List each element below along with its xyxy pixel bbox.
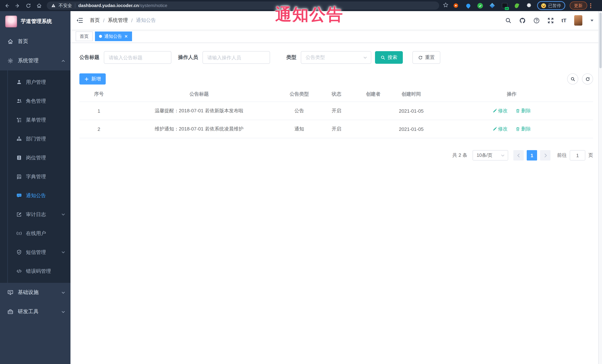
scrollbar-thumb[interactable] — [599, 13, 602, 68]
show-search-toggle-button[interactable] — [567, 73, 578, 84]
extension-pin-icon[interactable] — [465, 3, 471, 9]
system-submenu: 用户管理 角色管理 菜单管理 部门管理 — [0, 70, 70, 283]
browser-menu-icon[interactable] — [590, 3, 591, 8]
edit-link[interactable]: 修改 — [492, 107, 508, 114]
sidebar-logo-row[interactable]: 芋道管理系统 — [0, 11, 70, 32]
not-secure-label[interactable]: 不安全 — [59, 2, 72, 9]
operator-input[interactable] — [203, 51, 270, 64]
sidebar-item-error-code[interactable]: 错误码管理 — [0, 262, 70, 281]
refresh-table-button[interactable] — [582, 73, 593, 84]
sidebar-item-online-users[interactable]: 在线用户 — [0, 224, 70, 243]
menu-tree-icon — [16, 117, 22, 123]
active-tab-dot — [99, 35, 102, 38]
pencil-icon — [492, 127, 497, 131]
sidebar-item-home[interactable]: 首页 — [0, 32, 70, 51]
search-icon[interactable] — [505, 17, 512, 23]
sidebar-item-audit-log[interactable]: 审计日志 — [0, 205, 70, 224]
notice-title-input[interactable] — [104, 51, 171, 64]
sidebar-item-label: 岗位管理 — [26, 154, 46, 161]
address-bar[interactable]: 不安全 dashboard.yudao.iocoder.cn/system/no… — [47, 1, 439, 10]
extension-leaf-icon[interactable] — [514, 3, 520, 9]
github-icon[interactable] — [519, 17, 526, 23]
edit-link-label: 修改 — [498, 126, 508, 132]
sidebar-item-infrastructure[interactable]: 基础设施 — [0, 283, 70, 302]
url-text[interactable]: dashboard.yudao.iocoder.cn/system/notice — [78, 3, 167, 8]
sidebar-item-sms-management[interactable]: 短信管理 — [0, 243, 70, 262]
browser-home-icon[interactable] — [36, 3, 42, 9]
search-icon — [570, 77, 575, 81]
extension-database-icon[interactable]: on — [502, 3, 507, 9]
sidebar-item-role-management[interactable]: 角色管理 — [0, 92, 70, 110]
tab-notice[interactable]: 通知公告 — [95, 31, 132, 41]
delete-link[interactable]: 删除 — [516, 126, 531, 132]
plus-icon — [84, 77, 89, 81]
page-number-button[interactable]: 1 — [527, 150, 537, 160]
chevron-down-icon — [61, 212, 65, 217]
tab-label: 首页 — [80, 33, 89, 40]
extension-green-icon[interactable] — [477, 3, 483, 8]
sidebar-item-menu-management[interactable]: 菜单管理 — [0, 110, 70, 129]
browser-update-button[interactable]: 更新 — [570, 1, 587, 10]
profile-paused-chip[interactable]: 已暂停 — [537, 1, 565, 10]
add-button[interactable]: 新增 — [79, 73, 106, 84]
breadcrumb-home[interactable]: 首页 — [90, 17, 100, 24]
fullscreen-icon[interactable] — [548, 17, 554, 23]
tab-close-icon[interactable] — [124, 34, 128, 38]
user-avatar[interactable] — [574, 15, 582, 26]
chevron-up-icon — [61, 59, 65, 63]
notice-type-placeholder: 公告类型 — [306, 54, 325, 61]
trash-icon — [516, 127, 520, 131]
sidebar-item-dev-tools[interactable]: 研发工具 — [0, 302, 70, 321]
sidebar-item-label: 短信管理 — [26, 249, 46, 256]
sidebar-item-label: 部门管理 — [26, 135, 46, 142]
notice-type-select[interactable]: 公告类型 — [301, 51, 371, 64]
extension-diamond-icon[interactable] — [489, 3, 495, 9]
sidebar-toggle-icon[interactable] — [76, 17, 83, 24]
extension-orange-icon[interactable] — [453, 3, 459, 9]
sidebar-item-dept-management[interactable]: 部门管理 — [0, 129, 70, 148]
table-row: 2 维护通知：2018-07-01 若依系统凌晨维护 通知 开启 2021-01… — [79, 120, 593, 138]
delete-link[interactable]: 删除 — [516, 107, 531, 114]
users-icon — [16, 98, 22, 104]
prev-page-button[interactable] — [513, 150, 524, 160]
caret-down-icon[interactable] — [590, 17, 594, 24]
sidebar-item-label: 错误码管理 — [26, 268, 51, 274]
code-icon — [16, 268, 22, 274]
user-icon — [16, 79, 22, 85]
url-path: /system/notice — [139, 3, 167, 8]
browser-forward-icon[interactable] — [14, 3, 20, 9]
breadcrumb-system[interactable]: 系统管理 — [108, 17, 128, 24]
sidebar-item-user-management[interactable]: 用户管理 — [0, 73, 70, 92]
reset-button[interactable]: 重置 — [412, 51, 440, 64]
goto-page-input[interactable] — [570, 150, 585, 160]
cell-creator — [354, 120, 392, 138]
filter-form: 公告标题 操作人员 类型 公告类型 搜索 重置 — [79, 51, 593, 64]
refresh-icon — [585, 77, 590, 81]
next-page-button[interactable] — [540, 150, 550, 160]
sidebar-item-label: 通知公告 — [26, 192, 46, 199]
cell-operation: 修改 删除 — [430, 102, 593, 120]
url-divider — [75, 3, 75, 8]
sidebar-item-label: 系统管理 — [18, 57, 39, 64]
page-size-select[interactable]: 10条/页 — [473, 150, 508, 160]
sidebar-item-post-management[interactable]: 岗位管理 — [0, 148, 70, 167]
bookmark-star-icon[interactable] — [443, 2, 448, 9]
cell-title: 维护通知：2018-07-01 若依系统凌晨维护 — [118, 120, 280, 138]
browser-back-icon[interactable] — [4, 3, 10, 9]
tab-home[interactable]: 首页 — [76, 31, 93, 41]
scrollbar-track[interactable] — [598, 11, 602, 364]
chevron-right-icon — [543, 153, 547, 157]
help-icon[interactable] — [533, 17, 540, 23]
sidebar-item-label: 首页 — [18, 38, 28, 45]
sidebar-item-system[interactable]: 系统管理 — [0, 51, 70, 70]
table-toolbar: 新增 — [79, 73, 593, 84]
browser-reload-icon[interactable] — [25, 3, 31, 9]
sidebar-item-dict-management[interactable]: 字典管理 — [0, 167, 70, 186]
sidebar-item-notice[interactable]: 通知公告 — [0, 186, 70, 205]
font-size-icon[interactable]: tT — [562, 17, 566, 23]
sidebar-item-label: 审计日志 — [26, 211, 46, 218]
sidebar-item-label: 在线用户 — [26, 230, 46, 237]
search-button[interactable]: 搜索 — [375, 51, 403, 64]
edit-link[interactable]: 修改 — [492, 126, 508, 132]
extensions-puzzle-icon[interactable] — [526, 3, 532, 9]
